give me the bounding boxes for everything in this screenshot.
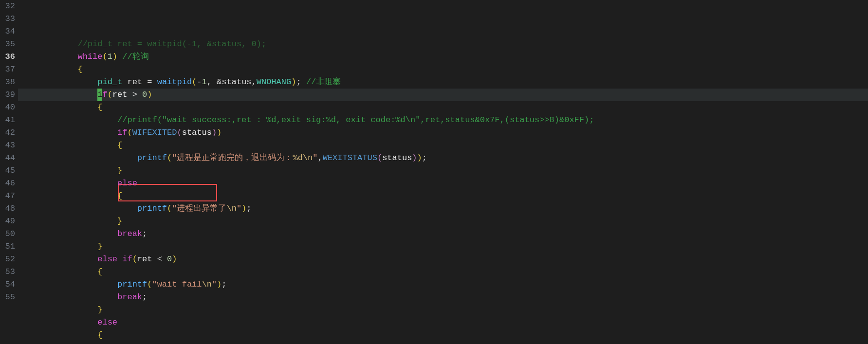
code-token: //非阻塞 <box>306 77 341 87</box>
code-token: ; <box>142 292 147 302</box>
code-token: ( <box>177 128 182 137</box>
code-line[interactable]: //printf("wait success:,ret : %d,exit si… <box>18 114 868 127</box>
line-number: 32 <box>0 0 15 13</box>
code-line[interactable]: } <box>18 304 868 316</box>
code-line[interactable]: if(ret > 0) <box>18 89 868 101</box>
code-token: > <box>132 90 142 99</box>
code-token: "进程是正常跑完的，退出码为： <box>172 153 293 163</box>
code-line[interactable]: } <box>18 215 868 228</box>
code-token: ( <box>127 128 132 137</box>
code-token: \n <box>202 280 212 289</box>
code-token: ) <box>172 254 177 264</box>
code-token: 0 <box>167 254 172 264</box>
code-line[interactable]: //pid_t ret = waitpid(-1, &status, 0); <box>18 38 868 51</box>
line-number: 35 <box>0 38 15 51</box>
line-number: 54 <box>0 278 15 291</box>
code-line[interactable]: printf("进程出异常了\n"); <box>18 202 868 215</box>
code-token: else <box>117 179 137 188</box>
code-token: WNOHANG <box>257 77 291 87</box>
code-token: ( <box>192 77 197 87</box>
code-token: - <box>197 77 202 87</box>
code-token: = <box>147 77 157 87</box>
code-token: ) <box>212 128 217 137</box>
code-token: //轮询 <box>122 52 148 61</box>
code-token: WIFEXITED <box>132 128 177 137</box>
code-line[interactable]: { <box>18 329 868 342</box>
code-line[interactable]: { <box>18 63 868 76</box>
code-token: { <box>97 330 102 340</box>
code-token: i <box>97 89 102 101</box>
line-number: 50 <box>0 228 15 240</box>
code-token: break <box>117 229 142 238</box>
code-token: ) <box>112 52 122 61</box>
line-number: 45 <box>0 164 15 177</box>
line-number: 47 <box>0 190 15 202</box>
line-number: 42 <box>0 127 15 139</box>
code-line[interactable]: else if(ret < 0) <box>18 253 868 266</box>
code-token: f <box>102 90 107 99</box>
line-number: 46 <box>0 177 15 190</box>
code-token: break <box>117 292 142 302</box>
line-number: 33 <box>0 13 15 25</box>
code-line[interactable]: { <box>18 190 868 202</box>
code-token: ) <box>241 204 246 213</box>
line-number: 37 <box>0 63 15 76</box>
code-line[interactable]: printf("进程是正常跑完的，退出码为：%d\n",WEXITSTATUS(… <box>18 152 868 164</box>
code-line[interactable]: } <box>18 164 868 177</box>
line-number: 48 <box>0 202 15 215</box>
code-token: } <box>117 217 122 226</box>
code-line[interactable]: { <box>18 139 868 152</box>
code-token: "进程出异常了 <box>172 204 226 213</box>
code-token: ) <box>417 153 422 163</box>
code-line[interactable]: { <box>18 266 868 278</box>
code-token: if <box>117 128 127 137</box>
code-token: ; <box>222 280 226 289</box>
code-token: { <box>117 191 122 200</box>
code-token: pid_t <box>97 77 127 87</box>
code-token: \n <box>226 204 236 213</box>
code-token: ( <box>167 204 172 213</box>
code-token: ; <box>142 229 147 238</box>
line-number: 38 <box>0 76 15 89</box>
code-token: { <box>117 141 122 150</box>
code-token: ( <box>147 280 152 289</box>
code-line[interactable]: else <box>18 177 868 190</box>
code-line[interactable]: } <box>18 240 868 253</box>
code-token: "wait fail <box>152 280 202 289</box>
code-token: printf <box>137 153 167 163</box>
code-token: ) <box>217 128 222 137</box>
code-token: ) <box>147 90 152 99</box>
code-line[interactable]: pid_t ret = waitpid(-1, &status,WNOHANG)… <box>18 76 868 89</box>
code-line[interactable]: if(WIFEXITED(status)) <box>18 127 868 139</box>
code-token: ( <box>167 153 172 163</box>
code-token: 1 <box>202 77 207 87</box>
code-token: while <box>77 52 102 61</box>
line-number: 39 <box>0 89 15 101</box>
code-token: \n <box>303 153 313 163</box>
line-number: 40 <box>0 101 15 114</box>
line-number: 55 <box>0 291 15 304</box>
code-token: ( <box>377 153 382 163</box>
line-number: 34 <box>0 25 15 38</box>
code-token: ret <box>127 77 147 87</box>
code-area[interactable]: //pid_t ret = waitpid(-1, &status, 0); w… <box>18 0 868 344</box>
code-line[interactable]: break; <box>18 228 868 240</box>
code-token: %d <box>293 153 302 163</box>
code-token: printf <box>137 204 167 213</box>
code-token: status <box>182 128 212 137</box>
line-number: 51 <box>0 240 15 253</box>
code-line[interactable]: while(1) //轮询 <box>18 51 868 63</box>
code-editor[interactable]: 3233343536373839404142434445464748495051… <box>0 0 868 344</box>
code-line[interactable]: else <box>18 316 868 329</box>
code-token: " <box>313 153 317 163</box>
line-number: 41 <box>0 114 15 127</box>
code-token: ) <box>412 153 417 163</box>
code-token: " <box>212 280 217 289</box>
code-line[interactable]: printf("wait fail\n"); <box>18 278 868 291</box>
code-token: else <box>97 318 117 327</box>
code-token: } <box>117 166 122 175</box>
code-token: 0 <box>142 90 147 99</box>
code-line[interactable]: { <box>18 101 868 114</box>
code-line[interactable]: break; <box>18 291 868 304</box>
code-token: ( <box>108 90 112 99</box>
